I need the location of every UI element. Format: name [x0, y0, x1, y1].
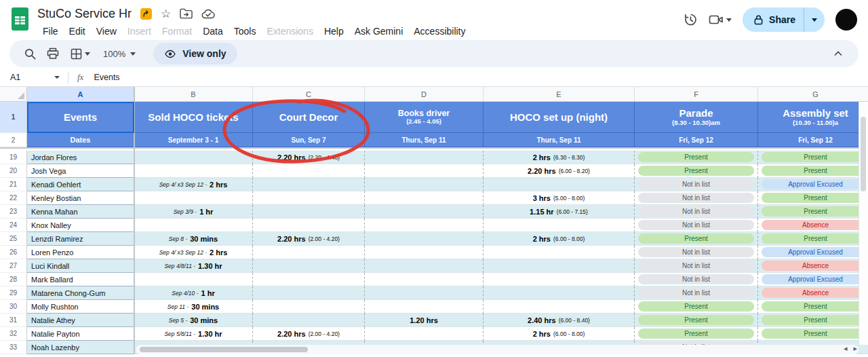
cell-c[interactable]: 2.20 hrs(2.00 - 4.20)	[253, 232, 365, 246]
cell-b[interactable]: Sep 5/8/11 - 1.30 hr	[134, 327, 253, 341]
select-all-corner[interactable]	[0, 87, 27, 102]
star-icon[interactable]: ☆	[161, 8, 171, 20]
document-title[interactable]: StuCo Service Hr	[37, 7, 132, 21]
row-number[interactable]: 28	[0, 273, 27, 286]
cell-f[interactable]: Not in list	[635, 273, 758, 286]
cell-c[interactable]	[253, 191, 365, 205]
cell-e[interactable]	[484, 219, 635, 232]
cell-e[interactable]	[484, 246, 635, 259]
cell-c[interactable]	[253, 259, 365, 273]
header-assembly-set[interactable]: Assembly set (10.30 - 11.00)a	[758, 102, 868, 133]
cell-name[interactable]: Luci Kindall	[27, 259, 134, 273]
cell-d[interactable]	[365, 259, 484, 273]
cell-b[interactable]	[134, 151, 253, 164]
header-sold-hoco-tickets[interactable]: Sold HOCO tickets	[134, 102, 253, 133]
cell-d[interactable]	[365, 232, 484, 246]
cell-d[interactable]	[365, 219, 484, 232]
share-menu-button[interactable]	[804, 7, 825, 32]
row-number[interactable]: 27	[0, 259, 27, 273]
header-parade[interactable]: Parade (8.30 - 10.30)am	[635, 102, 758, 133]
cell-b[interactable]: Sep 4/ x3 Sep 12 - 2 hrs	[134, 178, 253, 191]
cell-e[interactable]	[484, 273, 635, 286]
cell-d[interactable]	[365, 151, 484, 164]
cell-e[interactable]: 2 hrs(6.00 - 8.00)	[484, 327, 635, 341]
version-history-icon[interactable]	[683, 12, 698, 27]
cell-e[interactable]: 1.15 hr(6.00 - 7.15)	[484, 205, 635, 219]
cell-f[interactable]: Present	[635, 314, 758, 327]
cell-f[interactable]: Present	[635, 151, 758, 164]
cell-name[interactable]: Kenna Mahan	[27, 205, 134, 219]
column-header-g[interactable]: G	[758, 87, 868, 102]
account-avatar[interactable]	[835, 9, 857, 31]
cell-g[interactable]: Present	[758, 164, 868, 178]
menu-data[interactable]: Data	[197, 24, 229, 39]
cell-a1-events[interactable]: Events	[27, 102, 134, 133]
row-number[interactable]: 25	[0, 232, 27, 246]
cell-g[interactable]: Present	[758, 232, 868, 246]
date-books-driver[interactable]: Thurs, Sep 11	[365, 133, 484, 147]
cell-b[interactable]	[134, 219, 253, 232]
row-number[interactable]: 22	[0, 191, 27, 205]
cell-name[interactable]: Molly Rushton	[27, 300, 134, 314]
row-number[interactable]: 19	[0, 151, 27, 164]
cell-g[interactable]: Approval Excused	[758, 273, 868, 286]
cell-name[interactable]: Knox Nalley	[27, 219, 134, 232]
scroll-left-arrow-icon[interactable]: ◂	[844, 344, 848, 353]
cell-f[interactable]: Present	[635, 232, 758, 246]
cell-e[interactable]: 2.20 hrs(6.00 - 8.20)	[484, 164, 635, 178]
cell-e[interactable]	[484, 259, 635, 273]
cell-c[interactable]	[253, 314, 365, 327]
cell-b[interactable]	[134, 191, 253, 205]
cell-f[interactable]: Not in list	[635, 246, 758, 259]
cell-d[interactable]	[365, 178, 484, 191]
cell-name[interactable]: Kenley Bostian	[27, 191, 134, 205]
cell-name[interactable]: Josh Vega	[27, 164, 134, 178]
cell-c[interactable]	[253, 164, 365, 178]
cell-b[interactable]: Sep 3/9 - 1 hr	[134, 205, 253, 219]
cell-b[interactable]: Sep 4/ x3 Sep 12 - 2 hrs	[134, 246, 253, 259]
date-assembly-set[interactable]: Fri, Sep 12	[758, 133, 868, 147]
cell-c[interactable]	[253, 246, 365, 259]
cell-e[interactable]: 2.40 hrs(6.00 - 8.40)	[484, 314, 635, 327]
column-header-f[interactable]: F	[635, 87, 758, 102]
vertical-scrollbar-thumb[interactable]	[861, 117, 866, 191]
sheet-views-button[interactable]	[65, 43, 95, 64]
cell-g[interactable]: Approval Excused	[758, 246, 868, 259]
search-button[interactable]	[19, 43, 41, 64]
cell-e[interactable]	[484, 300, 635, 314]
cell-g[interactable]: Absence	[758, 286, 868, 300]
cell-name[interactable]: Kenadi Oehlert	[27, 178, 134, 191]
cell-c[interactable]	[253, 178, 365, 191]
cell-f[interactable]: Not in list	[635, 286, 758, 300]
row-number[interactable]: 31	[0, 314, 27, 327]
cell-c[interactable]	[253, 300, 365, 314]
formula-value[interactable]: Events	[94, 73, 119, 82]
share-button[interactable]: Share	[743, 7, 825, 32]
menu-help[interactable]: Help	[319, 24, 349, 39]
cell-d[interactable]	[365, 205, 484, 219]
cell-c[interactable]	[253, 205, 365, 219]
row-number[interactable]: 20	[0, 164, 27, 178]
cell-c[interactable]: 2.20 hrs(2.00 - 4.20)	[253, 327, 365, 341]
cloud-saved-icon[interactable]	[201, 8, 215, 19]
cell-name[interactable]: Loren Penzo	[27, 246, 134, 259]
menu-tools[interactable]: Tools	[229, 24, 262, 39]
collapse-toolbar-button[interactable]	[827, 43, 849, 64]
cell-e[interactable]	[484, 286, 635, 300]
cell-g[interactable]: Absence	[758, 219, 868, 232]
row-number[interactable]: 32	[0, 327, 27, 341]
row-number[interactable]: 23	[0, 205, 27, 219]
cell-f[interactable]: Present	[635, 300, 758, 314]
cell-b[interactable]: Sep 8 - 30 mins	[134, 232, 253, 246]
cell-name[interactable]: Natalie Athey	[27, 314, 134, 327]
cell-c[interactable]: 2.20 hrs(2.20 - 4.40)	[253, 151, 365, 164]
column-header-a[interactable]: A	[27, 87, 134, 102]
cell-name[interactable]: Jordan Flores	[27, 151, 134, 164]
zoom-control[interactable]: 100%	[96, 49, 142, 59]
row-header-1[interactable]: 1	[0, 102, 27, 133]
horizontal-scrollbar-thumb[interactable]	[140, 347, 308, 352]
cell-g[interactable]: Present	[758, 191, 868, 205]
cell-d[interactable]	[365, 273, 484, 286]
cell-b[interactable]: Sep 11 - 30 mins	[134, 300, 253, 314]
cell-f[interactable]: Not in list	[635, 205, 758, 219]
